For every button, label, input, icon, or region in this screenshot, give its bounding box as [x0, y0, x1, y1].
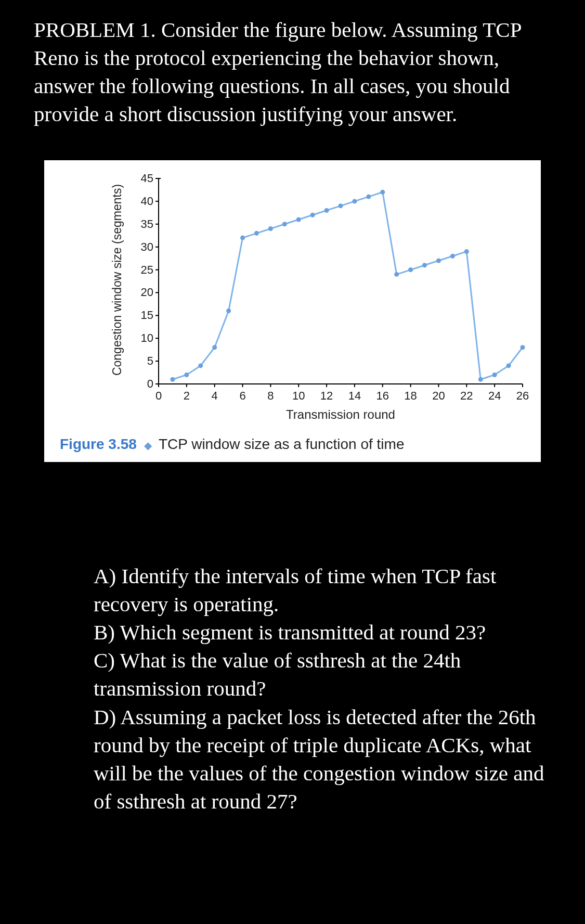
y-tick-label: 25	[141, 263, 158, 277]
svg-point-52	[521, 345, 525, 350]
x-tick-label: 4	[212, 389, 218, 403]
questions-block: A) Identify the intervals of time when T…	[94, 562, 551, 815]
svg-point-44	[408, 267, 413, 272]
y-tick-label: 40	[141, 195, 158, 208]
svg-point-32	[240, 236, 245, 240]
x-tick-label: 8	[267, 389, 274, 403]
figure-number: Figure 3.58	[60, 436, 137, 452]
x-tick-label: 12	[320, 389, 333, 403]
svg-point-51	[506, 363, 511, 368]
y-tick-label: 35	[141, 217, 158, 231]
svg-point-40	[352, 199, 357, 203]
svg-point-30	[212, 345, 217, 350]
svg-point-31	[226, 309, 231, 313]
svg-point-38	[324, 208, 329, 213]
x-tick-label: 2	[184, 389, 190, 403]
problem-statement: PROBLEM 1. Consider the figure below. As…	[34, 16, 554, 128]
svg-point-42	[380, 190, 385, 195]
svg-point-27	[170, 377, 175, 382]
svg-point-28	[184, 373, 189, 377]
svg-point-36	[296, 217, 301, 222]
x-tick-label: 10	[292, 389, 305, 403]
svg-point-48	[464, 249, 469, 254]
svg-point-45	[422, 263, 427, 267]
chart-svg	[159, 178, 523, 384]
y-axis-label: Congestion window size (segments)	[110, 184, 124, 376]
diamond-icon: ◆	[144, 440, 152, 451]
svg-point-34	[268, 226, 273, 231]
x-tick-label: 14	[348, 389, 361, 403]
x-tick-label: 26	[516, 389, 529, 403]
x-axis-label: Transmission round	[286, 407, 395, 422]
page: PROBLEM 1. Consider the figure below. As…	[0, 0, 585, 924]
svg-point-33	[254, 231, 259, 236]
svg-point-43	[394, 272, 399, 277]
question-b: B) Which segment is transmitted at round…	[94, 618, 551, 646]
svg-point-37	[310, 213, 315, 217]
question-c: C) What is the value of ssthresh at the …	[94, 646, 551, 702]
question-a: A) Identify the intervals of time when T…	[94, 562, 551, 618]
figure-caption: Figure 3.58 ◆ TCP window size as a funct…	[60, 436, 405, 453]
figure-caption-text: TCP window size as a function of time	[159, 436, 405, 452]
figure-box: Congestion window size (segments) Transm…	[44, 160, 541, 462]
chart-area	[159, 178, 523, 384]
y-tick-label: 30	[141, 240, 158, 254]
svg-point-35	[282, 222, 287, 226]
y-tick-label: 45	[141, 172, 158, 185]
svg-point-50	[492, 373, 497, 377]
x-tick-label: 22	[460, 389, 473, 403]
y-tick-label: 10	[141, 331, 158, 345]
svg-point-39	[339, 203, 343, 208]
svg-point-29	[198, 363, 203, 368]
svg-point-47	[450, 254, 455, 259]
x-tick-label: 18	[404, 389, 417, 403]
svg-point-49	[478, 377, 483, 382]
y-tick-label: 15	[141, 309, 158, 322]
x-tick-label: 0	[155, 389, 162, 403]
x-tick-label: 16	[376, 389, 389, 403]
question-d: D) Assuming a packet loss is detected af…	[94, 703, 551, 815]
svg-point-46	[436, 259, 441, 263]
svg-point-41	[366, 195, 371, 199]
x-tick-label: 6	[239, 389, 245, 403]
y-tick-label: 20	[141, 286, 158, 299]
y-tick-label: 5	[147, 354, 158, 368]
x-tick-label: 20	[432, 389, 445, 403]
x-tick-label: 24	[488, 389, 501, 403]
